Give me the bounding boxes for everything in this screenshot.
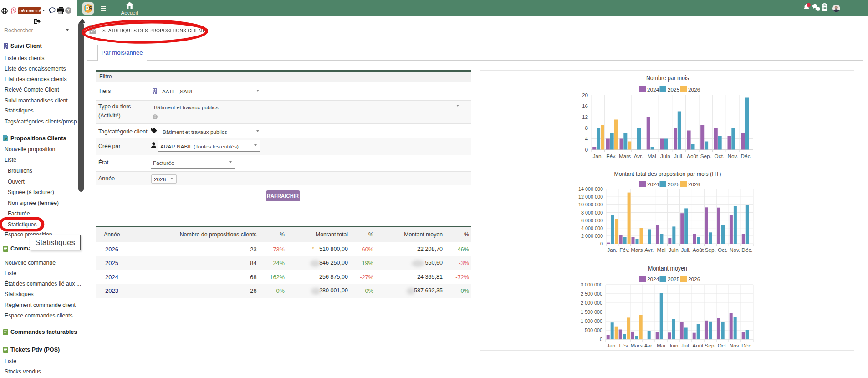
- svg-text:?: ?: [67, 8, 70, 13]
